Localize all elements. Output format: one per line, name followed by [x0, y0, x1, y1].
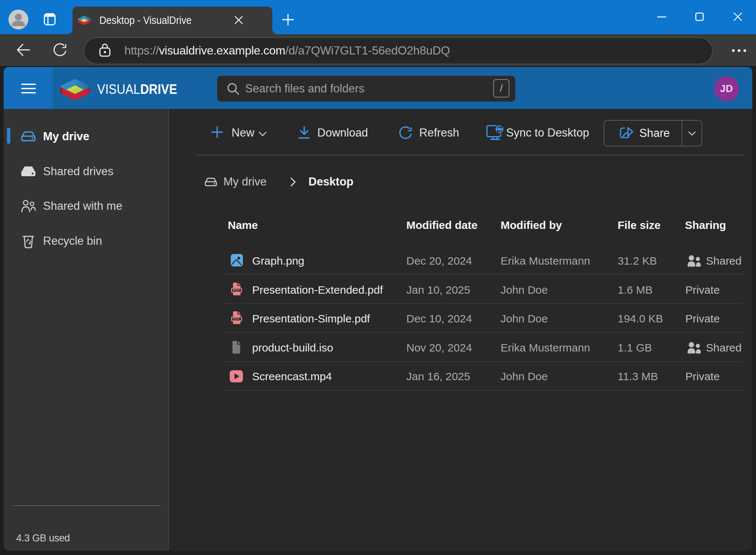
svg-text:PDF: PDF [233, 288, 240, 292]
svg-text:PDF: PDF [233, 317, 240, 321]
